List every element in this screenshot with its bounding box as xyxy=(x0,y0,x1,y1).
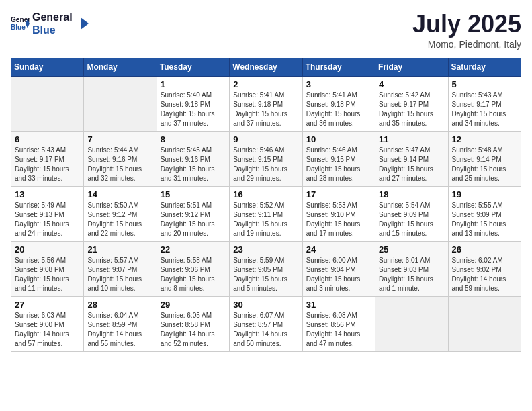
day-number: 18 xyxy=(379,189,444,199)
day-number: 17 xyxy=(306,189,371,199)
day-number: 10 xyxy=(306,134,371,144)
day-number: 5 xyxy=(452,79,517,89)
day-info: Sunrise: 5:45 AM Sunset: 9:16 PM Dayligh… xyxy=(161,146,226,183)
calendar-cell: 12Sunrise: 5:48 AM Sunset: 9:14 PM Dayli… xyxy=(448,131,521,186)
day-info: Sunrise: 5:43 AM Sunset: 9:17 PM Dayligh… xyxy=(15,146,80,183)
day-info: Sunrise: 5:54 AM Sunset: 9:09 PM Dayligh… xyxy=(379,201,444,238)
logo-general-text: General xyxy=(32,11,73,24)
calendar-cell: 30Sunrise: 6:07 AM Sunset: 8:57 PM Dayli… xyxy=(230,296,302,351)
month-title: July 2025 xyxy=(412,11,521,38)
calendar-cell: 1Sunrise: 5:40 AM Sunset: 9:18 PM Daylig… xyxy=(157,76,229,131)
weekday-header-tuesday: Tuesday xyxy=(157,58,229,76)
day-number: 22 xyxy=(161,244,226,255)
day-info: Sunrise: 5:51 AM Sunset: 9:12 PM Dayligh… xyxy=(161,201,226,238)
calendar-cell: 13Sunrise: 5:49 AM Sunset: 9:13 PM Dayli… xyxy=(11,186,84,241)
location: Momo, Piedmont, Italy xyxy=(412,39,521,50)
day-info: Sunrise: 5:56 AM Sunset: 9:08 PM Dayligh… xyxy=(15,256,80,293)
calendar-cell: 22Sunrise: 5:58 AM Sunset: 9:06 PM Dayli… xyxy=(157,241,229,296)
calendar-table: SundayMondayTuesdayWednesdayThursdayFrid… xyxy=(11,58,521,352)
calendar-week-row: 20Sunrise: 5:56 AM Sunset: 9:08 PM Dayli… xyxy=(11,241,521,296)
calendar-week-row: 27Sunrise: 6:03 AM Sunset: 9:00 PM Dayli… xyxy=(11,296,521,351)
calendar-cell: 28Sunrise: 6:04 AM Sunset: 8:59 PM Dayli… xyxy=(84,296,157,351)
day-info: Sunrise: 5:58 AM Sunset: 9:06 PM Dayligh… xyxy=(161,256,226,293)
day-info: Sunrise: 6:00 AM Sunset: 9:04 PM Dayligh… xyxy=(306,256,371,293)
calendar-cell xyxy=(375,296,448,351)
weekday-header-wednesday: Wednesday xyxy=(230,58,302,76)
day-number: 15 xyxy=(161,189,226,199)
day-number: 28 xyxy=(87,300,152,310)
day-number: 3 xyxy=(306,79,371,89)
day-info: Sunrise: 6:07 AM Sunset: 8:57 PM Dayligh… xyxy=(233,311,298,349)
day-number: 31 xyxy=(306,300,371,310)
day-info: Sunrise: 6:05 AM Sunset: 8:58 PM Dayligh… xyxy=(161,311,226,349)
day-number: 8 xyxy=(161,134,226,144)
day-number: 29 xyxy=(161,300,226,310)
day-info: Sunrise: 5:46 AM Sunset: 9:15 PM Dayligh… xyxy=(233,146,298,183)
calendar-cell: 20Sunrise: 5:56 AM Sunset: 9:08 PM Dayli… xyxy=(11,241,84,296)
calendar-cell xyxy=(84,76,157,131)
calendar-cell: 7Sunrise: 5:44 AM Sunset: 9:16 PM Daylig… xyxy=(84,131,157,186)
calendar-cell: 3Sunrise: 5:41 AM Sunset: 9:18 PM Daylig… xyxy=(302,76,375,131)
day-number: 2 xyxy=(233,79,298,89)
day-info: Sunrise: 6:04 AM Sunset: 8:59 PM Dayligh… xyxy=(87,311,152,349)
day-info: Sunrise: 5:50 AM Sunset: 9:12 PM Dayligh… xyxy=(87,201,152,238)
weekday-header-sunday: Sunday xyxy=(11,58,84,76)
calendar-cell: 27Sunrise: 6:03 AM Sunset: 9:00 PM Dayli… xyxy=(11,296,84,351)
calendar-cell: 14Sunrise: 5:50 AM Sunset: 9:12 PM Dayli… xyxy=(84,186,157,241)
day-number: 26 xyxy=(452,244,517,255)
day-info: Sunrise: 5:41 AM Sunset: 9:18 PM Dayligh… xyxy=(233,91,298,128)
calendar-cell: 6Sunrise: 5:43 AM Sunset: 9:17 PM Daylig… xyxy=(11,131,84,186)
day-number: 12 xyxy=(452,134,517,144)
day-number: 1 xyxy=(161,79,226,89)
day-number: 20 xyxy=(15,244,80,255)
calendar-cell xyxy=(448,296,521,351)
calendar-cell: 5Sunrise: 5:43 AM Sunset: 9:17 PM Daylig… xyxy=(448,76,521,131)
day-info: Sunrise: 6:01 AM Sunset: 9:03 PM Dayligh… xyxy=(379,256,444,293)
day-number: 9 xyxy=(233,134,298,144)
weekday-header-row: SundayMondayTuesdayWednesdayThursdayFrid… xyxy=(11,58,521,76)
day-info: Sunrise: 5:47 AM Sunset: 9:14 PM Dayligh… xyxy=(379,146,444,183)
day-number: 19 xyxy=(452,189,517,199)
day-info: Sunrise: 5:53 AM Sunset: 9:10 PM Dayligh… xyxy=(306,201,371,238)
calendar-cell: 15Sunrise: 5:51 AM Sunset: 9:12 PM Dayli… xyxy=(157,186,229,241)
calendar-cell: 9Sunrise: 5:46 AM Sunset: 9:15 PM Daylig… xyxy=(230,131,302,186)
day-info: Sunrise: 5:57 AM Sunset: 9:07 PM Dayligh… xyxy=(87,256,152,293)
calendar-week-row: 13Sunrise: 5:49 AM Sunset: 9:13 PM Dayli… xyxy=(11,186,521,241)
day-number: 24 xyxy=(306,244,371,255)
logo: General Blue General Blue xyxy=(11,11,90,36)
day-info: Sunrise: 5:55 AM Sunset: 9:09 PM Dayligh… xyxy=(452,201,517,238)
day-number: 16 xyxy=(233,189,298,199)
calendar-cell: 18Sunrise: 5:54 AM Sunset: 9:09 PM Dayli… xyxy=(375,186,448,241)
calendar-cell: 25Sunrise: 6:01 AM Sunset: 9:03 PM Dayli… xyxy=(375,241,448,296)
day-info: Sunrise: 5:46 AM Sunset: 9:15 PM Dayligh… xyxy=(306,146,371,183)
weekday-header-friday: Friday xyxy=(375,58,448,76)
day-info: Sunrise: 6:02 AM Sunset: 9:02 PM Dayligh… xyxy=(452,256,517,293)
logo-blue-text: Blue xyxy=(32,24,73,36)
day-info: Sunrise: 5:43 AM Sunset: 9:17 PM Dayligh… xyxy=(452,91,517,128)
day-info: Sunrise: 5:49 AM Sunset: 9:13 PM Dayligh… xyxy=(15,201,80,238)
day-number: 23 xyxy=(233,244,298,255)
day-number: 14 xyxy=(87,189,152,199)
calendar-cell: 29Sunrise: 6:05 AM Sunset: 8:58 PM Dayli… xyxy=(157,296,229,351)
weekday-header-monday: Monday xyxy=(84,58,157,76)
calendar-cell: 26Sunrise: 6:02 AM Sunset: 9:02 PM Dayli… xyxy=(448,241,521,296)
svg-marker-3 xyxy=(81,17,89,30)
day-number: 4 xyxy=(379,79,444,89)
calendar-cell: 11Sunrise: 5:47 AM Sunset: 9:14 PM Dayli… xyxy=(375,131,448,186)
calendar-cell: 31Sunrise: 6:08 AM Sunset: 8:56 PM Dayli… xyxy=(302,296,375,351)
day-info: Sunrise: 5:48 AM Sunset: 9:14 PM Dayligh… xyxy=(452,146,517,183)
day-number: 13 xyxy=(15,189,80,199)
calendar-cell: 21Sunrise: 5:57 AM Sunset: 9:07 PM Dayli… xyxy=(84,241,157,296)
day-info: Sunrise: 6:03 AM Sunset: 9:00 PM Dayligh… xyxy=(15,311,80,349)
page-header: General Blue General Blue July 2025 Momo… xyxy=(11,11,521,50)
day-number: 21 xyxy=(87,244,152,255)
logo-icon: General Blue xyxy=(11,14,30,33)
weekday-header-thursday: Thursday xyxy=(302,58,375,76)
calendar-cell: 19Sunrise: 5:55 AM Sunset: 9:09 PM Dayli… xyxy=(448,186,521,241)
calendar-cell: 23Sunrise: 5:59 AM Sunset: 9:05 PM Dayli… xyxy=(230,241,302,296)
calendar-cell: 17Sunrise: 5:53 AM Sunset: 9:10 PM Dayli… xyxy=(302,186,375,241)
day-info: Sunrise: 5:40 AM Sunset: 9:18 PM Dayligh… xyxy=(161,91,226,128)
day-info: Sunrise: 5:52 AM Sunset: 9:11 PM Dayligh… xyxy=(233,201,298,238)
weekday-header-saturday: Saturday xyxy=(448,58,521,76)
calendar-cell xyxy=(11,76,84,131)
